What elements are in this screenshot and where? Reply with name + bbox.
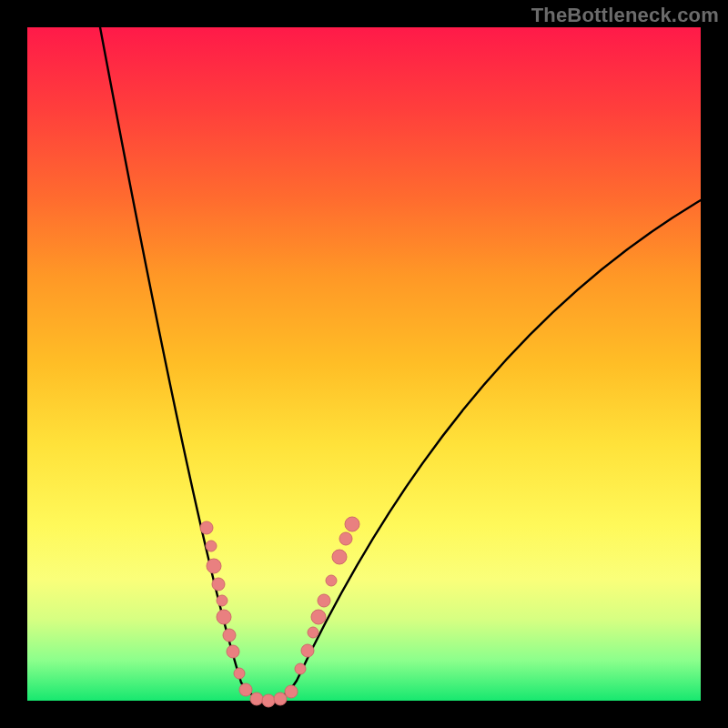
data-marker [206, 541, 217, 551]
data-marker [212, 578, 225, 591]
data-marker [262, 694, 275, 707]
data-marker [332, 550, 347, 564]
plot-area [27, 27, 701, 701]
chart-frame: TheBottleneck.com [0, 0, 728, 728]
data-marker [311, 610, 326, 624]
data-marker [217, 610, 231, 624]
curve-svg [27, 27, 701, 701]
data-marker [274, 693, 287, 705]
bottleneck-curve [100, 27, 701, 701]
data-marker [200, 521, 213, 534]
data-marker [250, 693, 263, 705]
data-marker [234, 668, 245, 679]
watermark-label: TheBottleneck.com [531, 4, 719, 27]
data-marker [285, 685, 298, 698]
data-marker [223, 629, 236, 642]
data-marker [345, 517, 359, 531]
data-marker [326, 575, 337, 586]
data-marker [308, 627, 318, 638]
data-marker [227, 645, 239, 658]
data-marker [207, 559, 221, 573]
data-marker [239, 683, 252, 696]
data-marker [339, 532, 352, 545]
data-marker [295, 663, 306, 674]
data-marker [217, 595, 228, 606]
data-marker [301, 644, 314, 657]
marker-group [200, 517, 359, 707]
data-marker [318, 594, 330, 607]
